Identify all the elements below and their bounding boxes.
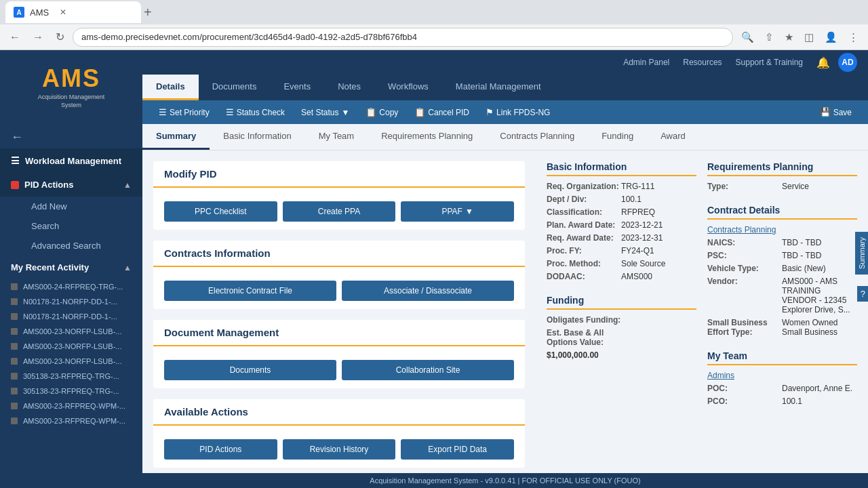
plan-award-date-value: 2023-12-21: [621, 220, 663, 230]
sidebar-item-workload[interactable]: ☰ Workload Management: [0, 148, 142, 173]
browser-tab[interactable]: A AMS ✕: [5, 1, 141, 23]
recent-item[interactable]: 305138-23-RFPREQ-TRG-...: [0, 384, 142, 399]
bookmark-icon[interactable]: ★: [781, 28, 797, 46]
set-priority-button[interactable]: ☰ Set Priority: [153, 104, 215, 120]
revision-history-button[interactable]: Revision History: [283, 439, 396, 460]
pco-value: 100.1: [782, 396, 802, 406]
recent-activity-label: My Recent Activity: [11, 262, 89, 272]
menu-icon[interactable]: ⋮: [844, 28, 863, 46]
recent-item[interactable]: 305138-23-RFPREQ-TRG-...: [0, 369, 142, 384]
tab-details[interactable]: Details: [142, 75, 199, 100]
req-org-label: Req. Organization:: [547, 182, 621, 191]
associate-disassociate-button[interactable]: Associate / Disassociate: [342, 281, 514, 301]
resources-link[interactable]: Resources: [683, 58, 722, 67]
close-tab-button[interactable]: ✕: [60, 7, 66, 17]
recent-item[interactable]: AMS000-23-RFPREQ-WPM-...: [0, 413, 142, 428]
vehicle-type-label: Vehicle Type:: [707, 264, 782, 273]
submenu-advanced-search[interactable]: Advanced Search: [20, 236, 142, 256]
profile-icon[interactable]: 👤: [821, 28, 842, 46]
recent-item[interactable]: AMS000-23-NORFP-LSUB-...: [0, 339, 142, 354]
user-avatar[interactable]: AD: [838, 53, 857, 72]
forward-button[interactable]: →: [28, 28, 47, 46]
contracts-planning-link[interactable]: Contracts Planning: [707, 225, 776, 235]
back-arrow-icon: ←: [11, 130, 23, 144]
copy-button[interactable]: 📋 Copy: [360, 104, 403, 120]
recent-dot-icon: [11, 313, 18, 320]
recent-dot-icon: [11, 343, 18, 350]
cancel-pid-button[interactable]: 📋 Cancel PID: [409, 104, 475, 120]
link-fpds-ng-button[interactable]: ⚑ Link FPDS-NG: [480, 104, 555, 120]
content-area: Modify PID PPC Checklist Create PPA PPAF…: [142, 150, 868, 473]
tab-title: AMS: [30, 7, 49, 18]
sidebar-back-button[interactable]: ←: [0, 126, 142, 148]
funding-panel: Funding Obligates Funding: Est. Base & A…: [547, 295, 696, 360]
tab-material-management[interactable]: Material Management: [442, 75, 555, 100]
plan-award-date-label: Plan. Award Date:: [547, 220, 621, 230]
new-tab-button[interactable]: +: [144, 5, 152, 20]
req-award-date-label: Req. Award Date:: [547, 233, 621, 243]
ppaf-button[interactable]: PPAF ▼: [401, 201, 514, 222]
contracts-information-section: Contracts Information Electronic Contrac…: [153, 241, 525, 309]
vehicle-type-value: Basic (New): [782, 264, 826, 273]
recent-item[interactable]: AMS000-24-RFPREQ-TRG-...: [0, 279, 142, 294]
available-actions-section: Available Actions PID Actions Revision H…: [153, 399, 525, 468]
sub-tab-summary[interactable]: Summary: [142, 124, 210, 150]
logo-area: AMS Acquisition Management System: [0, 50, 142, 126]
submenu-add-new[interactable]: Add New: [20, 197, 142, 216]
address-bar[interactable]: ams-demo.precisedevnet.com/procurement/3…: [73, 28, 733, 47]
recent-activity-header[interactable]: My Recent Activity ▲: [0, 256, 142, 279]
submenu-search[interactable]: Search: [20, 216, 142, 236]
pid-actions-button[interactable]: PID Actions: [164, 439, 277, 460]
recent-item[interactable]: AMS000-23-RFPREQ-WPM-...: [0, 399, 142, 413]
naics-value: TBD - TBD: [782, 238, 821, 247]
extension-icon[interactable]: ◫: [800, 28, 818, 46]
search-icon[interactable]: 🔍: [737, 28, 758, 46]
sub-tab-award[interactable]: Award: [647, 124, 699, 150]
electronic-contract-file-button[interactable]: Electronic Contract File: [164, 281, 336, 301]
action-bar: ☰ Set Priority ☰ Status Check Set Status…: [142, 100, 868, 124]
set-priority-icon: ☰: [159, 107, 167, 117]
ppc-checklist-button[interactable]: PPC Checklist: [164, 201, 277, 222]
tab-notes[interactable]: Notes: [324, 75, 374, 100]
recent-item[interactable]: AMS000-23-NORFP-LSUB-...: [0, 354, 142, 369]
copy-icon: 📋: [366, 107, 376, 117]
back-button[interactable]: ←: [5, 28, 24, 46]
document-management-title: Document Management: [164, 327, 514, 338]
requirements-planning-panel: Requirements Planning Type: Service: [707, 161, 857, 191]
sub-tab-contracts-planning[interactable]: Contracts Planning: [486, 124, 588, 150]
reload-button[interactable]: ↻: [52, 28, 68, 46]
tab-documents[interactable]: Documents: [199, 75, 271, 100]
est-value-label: Est. Base & All Options Value:: [547, 328, 621, 347]
sub-tab-my-team[interactable]: My Team: [305, 124, 368, 150]
recent-dot-icon: [11, 373, 18, 380]
recent-item[interactable]: N00178-21-NORFP-DD-1-...: [0, 294, 142, 309]
export-pid-data-button[interactable]: Export PID Data: [401, 439, 514, 460]
ppaf-dropdown-icon: ▼: [465, 207, 473, 216]
status-check-button[interactable]: ☰ Status Check: [220, 104, 290, 120]
recent-item[interactable]: N00178-21-NORFP-DD-1-...: [0, 309, 142, 324]
tab-events[interactable]: Events: [270, 75, 324, 100]
admin-panel-link[interactable]: Admin Panel: [623, 58, 669, 67]
documents-button[interactable]: Documents: [164, 360, 336, 380]
workload-icon: ☰: [11, 155, 20, 166]
proc-fy-label: Proc. FY:: [547, 246, 621, 256]
obligates-funding-label: Obligates Funding:: [547, 315, 621, 325]
sub-tab-basic-information[interactable]: Basic Information: [210, 124, 304, 150]
sidebar-item-pid-actions[interactable]: PID Actions ▲: [0, 173, 142, 197]
summary-vertical-tab[interactable]: Summary: [855, 232, 868, 274]
save-button[interactable]: 💾 Save: [814, 104, 857, 120]
share-icon[interactable]: ⇧: [761, 28, 778, 46]
support-link[interactable]: Support & Training: [736, 58, 803, 67]
create-ppa-button[interactable]: Create PPA: [283, 201, 396, 222]
collaboration-site-button[interactable]: Collaboration Site: [342, 360, 514, 380]
sub-tab-requirements-planning[interactable]: Requirements Planning: [368, 124, 486, 150]
admins-link[interactable]: Admins: [707, 371, 734, 380]
notification-bell-icon[interactable]: 🔔: [816, 56, 830, 69]
recent-item[interactable]: AMS000-23-NORFP-LSUB-...: [0, 324, 142, 339]
small-business-label: Small Business Effort Type:: [707, 318, 782, 337]
favicon-icon: A: [14, 7, 24, 18]
sub-tab-funding[interactable]: Funding: [588, 124, 647, 150]
tab-workflows[interactable]: Workflows: [374, 75, 442, 100]
set-status-button[interactable]: Set Status ▼: [296, 105, 355, 120]
help-question-tab[interactable]: ?: [857, 286, 868, 302]
